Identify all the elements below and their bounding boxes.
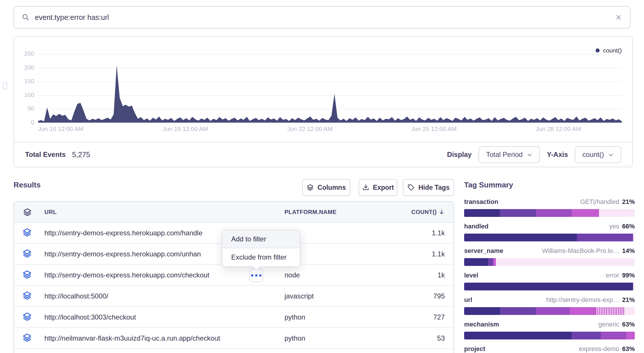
tag-bar-segment[interactable]: [464, 209, 500, 217]
stack-icon: [22, 333, 32, 343]
y-axis-tick: 0: [14, 119, 34, 126]
x-axis-tick: Jun 16 12:00 AM: [26, 125, 95, 132]
column-header-url[interactable]: URL: [44, 209, 57, 215]
column-header-count[interactable]: COUNT(): [411, 209, 445, 215]
x-axis-tick: Jun 28 12:00 AM: [524, 125, 593, 132]
tag-bar-segment[interactable]: [464, 234, 577, 241]
yaxis-dropdown[interactable]: count(): [575, 146, 621, 163]
tag-bar-segment[interactable]: [624, 307, 635, 315]
tag-bar-segment[interactable]: [570, 307, 596, 315]
tag-bar-segment[interactable]: [464, 258, 488, 266]
tag-distribution-bar[interactable]: [464, 234, 635, 241]
hide-tags-button[interactable]: Hide Tags: [403, 179, 454, 196]
tag-bar-segment[interactable]: [464, 283, 633, 290]
cell-platform[interactable]: javascript: [285, 292, 314, 300]
tag-name: url: [464, 296, 472, 304]
stack-icon: [306, 184, 314, 191]
chevron-down-icon: [527, 152, 532, 158]
tag-name: handled: [464, 223, 488, 230]
results-table: URL PLATFORM.NAME COUNT() http://sentry-…: [14, 201, 454, 353]
cell-count[interactable]: 727: [433, 313, 445, 321]
tag-top-value: yes: [609, 223, 619, 230]
tag-row: transaction GET|/handled 21%: [464, 198, 635, 215]
tag-bar-segment[interactable]: [599, 209, 635, 217]
cell-platform[interactable]: python: [285, 334, 305, 342]
y-axis-tick: 150: [14, 78, 34, 85]
tag-top-percent: 63%: [622, 321, 635, 328]
events-chart-panel: count() 050100150200250Jun 16 12:00 AMJu…: [14, 36, 633, 167]
tag-top-percent: 14%: [622, 247, 635, 255]
tag-bar-segment[interactable]: [572, 332, 601, 339]
cell-url[interactable]: http://sentry-demos-express.herokuapp.co…: [44, 229, 202, 237]
display-label: Display: [447, 151, 472, 159]
table-row[interactable]: http://sentry-demos-express.herokuapp.co…: [14, 265, 453, 286]
tag-top-value: generic: [598, 321, 619, 328]
tag-distribution-bar[interactable]: [464, 332, 635, 339]
tag-bar-segment[interactable]: [596, 307, 625, 315]
cell-platform[interactable]: python: [285, 313, 305, 321]
tag-bar-segment[interactable]: [626, 332, 635, 339]
tag-top-percent: 63%: [622, 345, 635, 353]
search-input[interactable]: event.type:error has:url: [35, 13, 615, 22]
cell-context-menu: Add to filterExclude from filter: [222, 230, 300, 267]
cell-count[interactable]: 53: [437, 334, 445, 342]
tag-bar-segment[interactable]: [500, 209, 536, 217]
tag-distribution-bar[interactable]: [464, 283, 635, 290]
stack-icon: [22, 291, 32, 301]
cell-platform[interactable]: node: [285, 271, 300, 279]
cell-count[interactable]: 1.1k: [432, 229, 445, 237]
tag-name: transaction: [464, 198, 498, 206]
tag-top-value: GET|/handled: [580, 198, 619, 206]
columns-button[interactable]: Columns: [302, 179, 350, 196]
display-dropdown[interactable]: Total Period: [479, 146, 540, 163]
cell-count[interactable]: 795: [433, 292, 445, 300]
tag-bar-segment[interactable]: [496, 258, 635, 266]
tag-bar-segment[interactable]: [536, 307, 570, 315]
search-bar[interactable]: event.type:error has:url: [14, 6, 630, 29]
cell-url[interactable]: http://localhost:5000/: [44, 292, 108, 300]
tag-bar-segment[interactable]: [464, 332, 572, 339]
table-row[interactable]: http://localhost:3003/checkout python 72…: [14, 307, 453, 328]
tag-bar-segment[interactable]: [601, 332, 626, 339]
tag-distribution-bar[interactable]: [464, 258, 635, 266]
export-button[interactable]: Export: [359, 179, 397, 196]
tag-row: url http://sentry-demos-exp… 21%: [464, 296, 635, 313]
table-row[interactable]: http://localhost:5000/ javascript 795: [14, 286, 453, 307]
cell-count[interactable]: 1k: [438, 271, 445, 279]
cell-url[interactable]: http://localhost:3003/checkout: [44, 313, 136, 321]
sort-desc-icon: [438, 209, 445, 215]
tag-bar-segment[interactable]: [633, 234, 635, 241]
menu-item[interactable]: Exclude from filter: [223, 248, 300, 266]
tag-bar-segment[interactable]: [633, 283, 635, 290]
stack-icon: [22, 270, 32, 279]
tag-top-percent: 99%: [622, 272, 635, 279]
tag-distribution-bar[interactable]: [464, 307, 635, 315]
cell-url[interactable]: http://sentry-demos-express.herokuapp.co…: [44, 250, 201, 258]
tag-bar-segment[interactable]: [493, 258, 496, 266]
tag-bar-segment[interactable]: [488, 258, 493, 266]
stack-icon[interactable]: [23, 208, 32, 217]
row-actions-button[interactable]: [249, 269, 263, 282]
menu-item[interactable]: Add to filter: [223, 230, 300, 248]
drag-handle[interactable]: [3, 82, 7, 90]
cell-url[interactable]: http://sentry-demos-express.herokuapp.co…: [44, 271, 209, 279]
tag-distribution-bar[interactable]: [464, 209, 635, 217]
table-header-row: URL PLATFORM.NAME COUNT(): [14, 202, 453, 223]
tag-name: mechanism: [464, 321, 499, 328]
export-button-label: Export: [373, 184, 394, 191]
column-header-platform[interactable]: PLATFORM.NAME: [285, 209, 337, 215]
tag-top-percent: 21%: [622, 198, 635, 206]
tag-bar-segment[interactable]: [572, 209, 599, 217]
search-icon: [22, 13, 30, 21]
tag-top-value: express-demo: [579, 345, 619, 353]
tag-summary-title: Tag Summary: [464, 181, 635, 189]
table-row[interactable]: http://neilmanvar-flask-m3uuizd7iq-uc.a.…: [14, 328, 453, 349]
tag-bar-segment[interactable]: [464, 307, 500, 315]
tag-icon: [407, 184, 415, 191]
close-icon[interactable]: [615, 14, 622, 21]
cell-url[interactable]: http://neilmanvar-flask-m3uuizd7iq-uc.a.…: [44, 334, 220, 342]
tag-bar-segment[interactable]: [536, 209, 572, 217]
tag-bar-segment[interactable]: [500, 307, 536, 315]
tag-bar-segment[interactable]: [577, 234, 633, 241]
cell-count[interactable]: 1.1k: [432, 250, 445, 258]
